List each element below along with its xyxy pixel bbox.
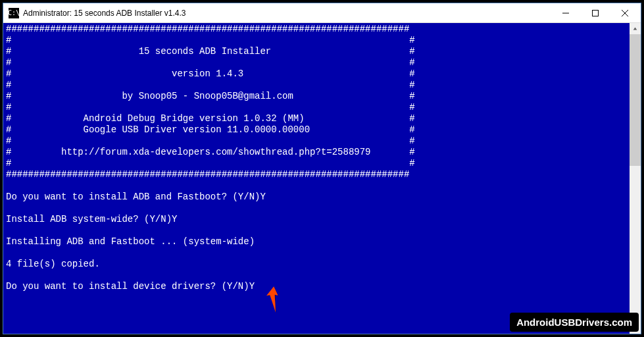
console-area: ########################################…	[3, 23, 641, 334]
banner-line: # #	[6, 136, 415, 146]
window-controls	[551, 3, 639, 22]
close-button[interactable]	[610, 3, 639, 22]
banner-line: # #	[6, 158, 415, 168]
prompt-system-wide: Install ADB system-wide? (Y/N)Y	[6, 214, 177, 224]
titlebar[interactable]: C:\ Administrator: 15 seconds ADB Instal…	[3, 3, 641, 23]
prompt-install-adb: Do you want to install ADB and Fastboot?…	[6, 192, 266, 202]
banner-forum-url: # http://forum.xda-developers.com/showth…	[6, 147, 415, 157]
banner-border-bottom: ########################################…	[6, 169, 409, 180]
banner-usb-version: # Google USB Driver version 11.0.0000.00…	[6, 124, 415, 135]
vertical-scrollbar[interactable]	[630, 23, 641, 334]
prompt-device-drivers: Do you want to install device drivers? (…	[6, 281, 255, 292]
svg-rect-1	[592, 10, 598, 16]
minimize-button[interactable]	[551, 3, 580, 22]
command-prompt-window: C:\ Administrator: 15 seconds ADB Instal…	[3, 3, 641, 334]
status-files-copied: 4 file(s) copied.	[6, 259, 100, 269]
banner-line: # #	[6, 80, 415, 90]
svg-marker-4	[633, 27, 637, 30]
scroll-track[interactable]	[630, 34, 641, 323]
banner-border-top: ########################################…	[6, 24, 409, 34]
window-title: Administrator: 15 seconds ADB Installer …	[23, 9, 551, 18]
banner-line: # #	[6, 35, 415, 45]
scroll-up-button[interactable]	[630, 23, 641, 34]
console-output[interactable]: ########################################…	[3, 23, 630, 334]
banner-line: # #	[6, 57, 415, 68]
banner-line: # #	[6, 102, 415, 113]
banner-version: # version 1.4.3 #	[6, 68, 415, 79]
banner-title: # 15 seconds ADB Installer #	[6, 46, 415, 57]
status-installing: Installing ADB and Fastboot ... (system-…	[6, 236, 255, 247]
banner-adb-version: # Android Debug Bridge version 1.0.32 (M…	[6, 113, 415, 124]
maximize-button[interactable]	[580, 3, 610, 22]
watermark-label: AndroidUSBDrivers.com	[510, 313, 639, 332]
scroll-thumb[interactable]	[630, 34, 641, 166]
cmd-icon: C:\	[9, 8, 19, 18]
banner-author: # by Snoop05 - Snoop05B@gmail.com #	[6, 91, 415, 101]
